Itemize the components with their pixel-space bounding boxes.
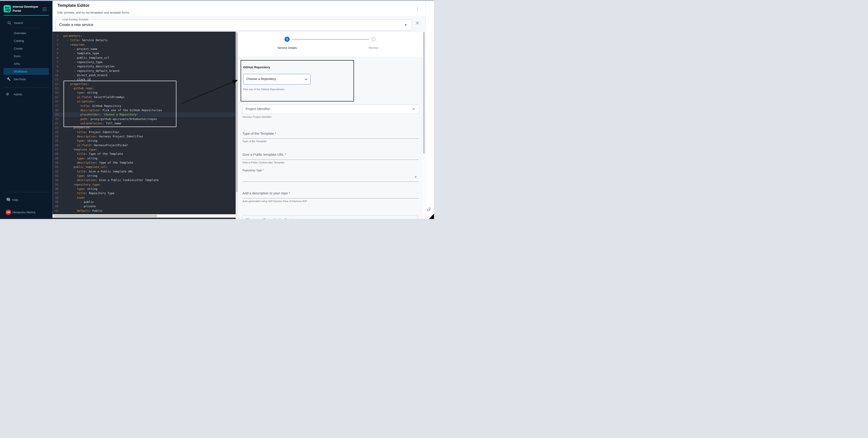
code-text: - repositoty_description bbox=[63, 64, 115, 68]
dropdown-arrow-icon bbox=[414, 176, 417, 178]
scrollbar-thumb[interactable] bbox=[236, 33, 238, 192]
code-line-9: 9 - repository_default_branch bbox=[53, 69, 238, 73]
github-repository-select[interactable]: Choose a Repository bbox=[243, 74, 311, 85]
sidebar-item-catalog[interactable]: Catalog bbox=[4, 37, 49, 44]
line-number: 11 bbox=[53, 77, 58, 81]
code-line-14: 14 type: string bbox=[53, 91, 238, 95]
sidebar-item-label: Catalog bbox=[14, 39, 24, 42]
code-text: type: string bbox=[63, 139, 97, 143]
chat-bubbles-icon[interactable] bbox=[427, 206, 432, 211]
step-1-circle[interactable]: 1 bbox=[284, 37, 290, 42]
line-number: 40 bbox=[53, 204, 58, 208]
kebab-menu-icon[interactable] bbox=[416, 6, 419, 11]
code-line-23: 23 title: Project Identifier bbox=[53, 130, 238, 134]
brand-title: Internal Developer Portal bbox=[13, 5, 40, 13]
line-number: 1 bbox=[53, 34, 58, 38]
yaml-code-editor[interactable]: 1parameters:2 - title: Service Details3 … bbox=[53, 32, 238, 219]
repo-description-label: Add a description to your repo * bbox=[243, 191, 290, 195]
code-text: - repository_type bbox=[63, 60, 102, 64]
line-number: 29 bbox=[53, 156, 58, 161]
line-number: 8 bbox=[53, 64, 58, 68]
code-line-36: 36 type: string bbox=[53, 187, 238, 191]
sidebar-item-overview[interactable]: Overview bbox=[4, 29, 49, 37]
code-text: description: Give a Public Cookiecutter … bbox=[63, 178, 158, 182]
code-text: github_repo: bbox=[63, 86, 94, 91]
code-line-30: 30 description: Type of the Template bbox=[53, 161, 238, 165]
code-line-6: 6 - public_template_url bbox=[53, 56, 238, 60]
line-number: 6 bbox=[53, 56, 58, 60]
line-number: 2 bbox=[53, 38, 58, 42]
line-number: 18 bbox=[53, 108, 58, 112]
project-identifier-select[interactable]: Project Identifier bbox=[242, 104, 419, 114]
sidebar-item-devtools[interactable]: DevTools bbox=[4, 75, 49, 83]
code-text: - private bbox=[63, 204, 96, 208]
line-number: 10 bbox=[53, 73, 58, 77]
scrollbar-thumb[interactable] bbox=[54, 215, 157, 217]
public-url-input[interactable] bbox=[243, 160, 418, 160]
owner-select[interactable]: Choose an Owner for the Service bbox=[242, 215, 418, 219]
close-icon[interactable]: × bbox=[414, 19, 421, 27]
code-line-21: 21 valueSelector: full_name bbox=[53, 121, 238, 126]
sidebar-item-workflows[interactable]: Workflows bbox=[4, 68, 49, 75]
load-template-label: Load Existing Template bbox=[62, 18, 90, 21]
user-menu[interactable]: HM Himanshu Mishra bbox=[0, 209, 53, 216]
code-line-12: 12 properties: bbox=[53, 82, 238, 86]
line-number: 36 bbox=[53, 187, 58, 191]
sidebar-item-docs[interactable]: Docs bbox=[4, 52, 49, 60]
sidebar-item-search[interactable]: Search bbox=[0, 20, 53, 26]
code-line-28: 28 title: Type of the Template bbox=[53, 151, 238, 156]
sidebar: Internal Developer Portal Search Overvie… bbox=[0, 1, 53, 219]
line-number: 34 bbox=[53, 178, 58, 182]
load-template-select[interactable]: Load Existing Template Create a new serv… bbox=[55, 20, 412, 31]
line-number: 9 bbox=[53, 69, 58, 73]
code-text: path: proxy/github-api/users/OrkoHunter/… bbox=[63, 117, 157, 121]
scrollbar-thumb[interactable] bbox=[423, 32, 425, 154]
code-text: type: string bbox=[63, 174, 97, 178]
editor-vertical-scrollbar[interactable] bbox=[236, 32, 238, 219]
line-number: 28 bbox=[53, 151, 58, 156]
code-line-33: 33 type: string bbox=[53, 174, 238, 178]
step-2-circle[interactable]: 2 bbox=[371, 37, 376, 42]
code-text: valueSelector: full_name bbox=[63, 121, 121, 126]
sidebar-item-admin[interactable]: ⚙ Admin bbox=[4, 91, 49, 98]
sidebar-item-label: APIs bbox=[14, 62, 20, 66]
line-number: 15 bbox=[53, 95, 58, 99]
code-line-18: 18 description: Pick one of the GitHub R… bbox=[53, 108, 238, 112]
code-text: type: string bbox=[63, 156, 97, 161]
template-type-helper: Type of the Template bbox=[243, 140, 267, 143]
code-text: default: Public bbox=[63, 209, 102, 213]
line-number: 37 bbox=[53, 191, 58, 195]
code-text: ui:options: bbox=[63, 99, 96, 103]
code-line-34: 34 description: Give a Public Cookiecutt… bbox=[53, 178, 238, 182]
project-identifier-value: Project Identifier bbox=[246, 107, 270, 111]
line-number: 27 bbox=[53, 147, 58, 151]
code-line-35: 35 repository_type: bbox=[53, 182, 238, 187]
app-grid-icon[interactable] bbox=[42, 7, 46, 11]
line-number: 30 bbox=[53, 161, 58, 165]
editor-horizontal-scrollbar[interactable] bbox=[53, 214, 236, 217]
sidebar-item-label: Admin bbox=[14, 93, 22, 96]
sidebar-item-apis[interactable]: APIs bbox=[4, 60, 49, 68]
code-text: - template_type bbox=[63, 51, 99, 55]
code-text: - title: Service Details bbox=[63, 38, 107, 42]
step-2-label: Review bbox=[355, 46, 392, 49]
line-number: 31 bbox=[53, 165, 58, 169]
sidebar-item-help[interactable]: ? Help bbox=[0, 197, 53, 203]
caret-down-icon bbox=[405, 25, 407, 26]
idp-logo-glyph bbox=[4, 5, 11, 12]
code-text: title: GitHub Repository bbox=[63, 104, 121, 108]
code-text: title: Project Identifier bbox=[63, 130, 119, 134]
code-line-25: 25 type: string bbox=[53, 139, 238, 143]
code-text: - project_name bbox=[63, 47, 97, 51]
avatar: HM bbox=[6, 209, 11, 215]
sidebar-item-create[interactable]: Create bbox=[4, 44, 49, 52]
sidebar-item-label: Help bbox=[12, 198, 18, 202]
code-text: projectId: bbox=[63, 126, 90, 130]
repository-type-select[interactable] bbox=[243, 181, 418, 182]
form-vertical-scrollbar[interactable] bbox=[423, 32, 425, 219]
code-line-27: 27 template_type: bbox=[53, 147, 238, 151]
code-line-26: 26 ui:field: HarnessProjectPicker bbox=[53, 143, 238, 147]
code-line-24: 24 description: Harness Project Identifi… bbox=[53, 134, 238, 139]
template-type-input[interactable] bbox=[243, 138, 418, 139]
code-text: ui:field: SelectFieldFromApi bbox=[63, 95, 125, 99]
